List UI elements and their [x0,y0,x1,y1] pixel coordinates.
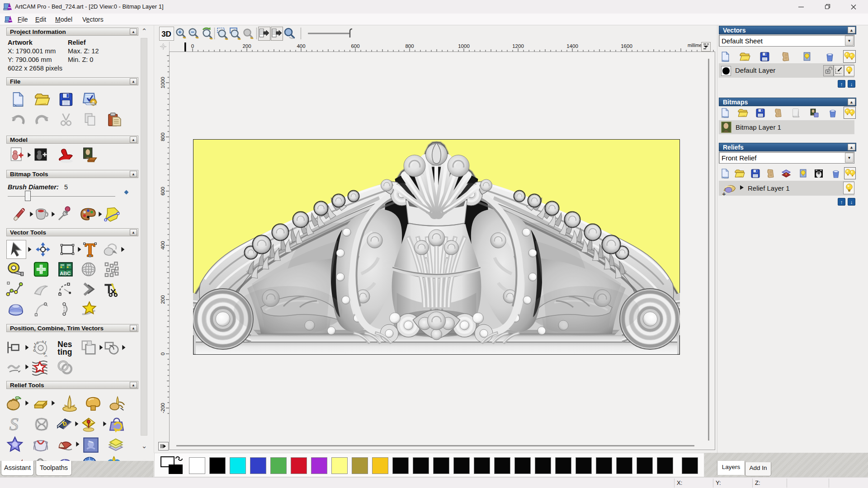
svg-text:0: 0 [191,43,194,49]
svg-text:1600: 1600 [621,43,632,49]
svg-text:600: 600 [351,43,359,49]
svg-text:3D: 3D [161,30,171,38]
svg-text:600: 600 [160,187,165,195]
svg-text:400: 400 [297,43,305,49]
svg-text:800: 800 [160,132,165,141]
svg-text:1400: 1400 [566,43,578,49]
svg-text:-200: -200 [160,403,165,413]
svg-text:200: 200 [160,295,165,304]
svg-text:400: 400 [160,241,165,249]
svg-text:200: 200 [242,43,251,49]
svg-text:800: 800 [405,43,414,49]
svg-text:1000: 1000 [160,77,165,89]
svg-text:1000: 1000 [458,43,470,49]
svg-text:1200: 1200 [512,43,524,49]
svg-text:0: 0 [160,352,165,355]
